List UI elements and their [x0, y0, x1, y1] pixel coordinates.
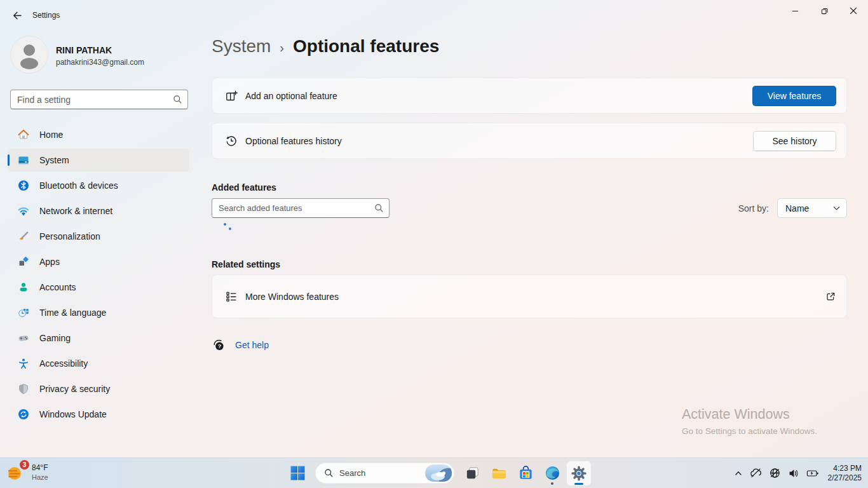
sidebar-item-home[interactable]: Home — [8, 123, 189, 146]
taskbar: 3 84°F Haze Search — [0, 458, 868, 488]
feature-list-icon — [225, 290, 238, 303]
restore-button[interactable] — [810, 0, 839, 22]
taskbar-search-box[interactable]: Search — [315, 463, 454, 484]
back-button[interactable] — [6, 6, 27, 24]
view-features-button[interactable]: View features — [752, 86, 836, 106]
added-features-heading: Added features — [212, 182, 276, 193]
window-title: Settings — [32, 11, 60, 20]
breadcrumb-system[interactable]: System — [212, 36, 271, 57]
sidebar-item-privacy-security[interactable]: Privacy & security — [8, 377, 189, 400]
sidebar-item-time-language[interactable]: Time & language — [8, 301, 189, 324]
svg-text:?: ? — [218, 343, 222, 349]
wifi-icon — [18, 205, 29, 217]
sidebar: RINI PATHAK pathakrini343@gmail.com Home… — [0, 30, 197, 458]
settings-taskbar-button[interactable] — [567, 461, 591, 485]
restore-icon — [821, 8, 828, 15]
onedrive-status-button[interactable] — [750, 467, 762, 479]
history-label: Optional features history — [245, 136, 342, 146]
breadcrumb: System › Optional features — [212, 36, 439, 57]
sidebar-item-system[interactable]: System — [8, 149, 189, 172]
update-icon — [18, 409, 29, 420]
bluetooth-icon — [18, 180, 29, 191]
breadcrumb-chevron: › — [280, 41, 284, 55]
sidebar-item-label: Network & internet — [39, 206, 112, 216]
sort-dropdown-value: Name — [785, 203, 809, 214]
gamepad-icon — [18, 332, 29, 344]
brush-icon — [18, 231, 29, 242]
volume-button[interactable] — [788, 468, 799, 479]
sidebar-item-label: Privacy & security — [39, 384, 110, 394]
sidebar-item-label: Windows Update — [39, 409, 107, 419]
notification-badge: 3 — [20, 460, 29, 470]
windows-logo-icon — [290, 466, 305, 480]
sidebar-item-apps[interactable]: Apps — [8, 250, 189, 273]
file-explorer-button[interactable] — [487, 461, 511, 485]
sidebar-item-label: Gaming — [39, 333, 71, 343]
page-title: Optional features — [293, 36, 439, 57]
sidebar-item-windows-update[interactable]: Windows Update — [8, 403, 189, 426]
get-help-row: ? Get help — [212, 338, 269, 352]
watermark-subtitle: Go to Settings to activate Windows. — [682, 426, 817, 436]
haze-weather-icon: 3 — [5, 461, 27, 483]
get-help-icon: ? — [212, 338, 226, 352]
network-status-button[interactable] — [769, 467, 781, 479]
sidebar-item-label: Accessibility — [39, 358, 88, 369]
avatar[interactable] — [10, 36, 48, 74]
weather-widget[interactable]: 3 84°F Haze — [5, 461, 48, 483]
start-button[interactable] — [285, 461, 309, 485]
edge-icon — [545, 465, 560, 481]
sidebar-item-label: System — [39, 155, 69, 165]
search-added-features-input[interactable] — [212, 198, 390, 218]
sidebar-item-personalization[interactable]: Personalization — [8, 225, 189, 248]
microsoft-store-button[interactable] — [513, 461, 538, 485]
sidebar-item-label: Accounts — [39, 282, 76, 292]
accessibility-icon — [18, 358, 29, 369]
add-optional-feature-row: Add an optional feature View features — [212, 78, 847, 114]
task-view-icon — [465, 465, 480, 481]
clock-time: 4:23 PM — [828, 464, 862, 473]
taskbar-clock[interactable]: 4:23 PM 2/27/2025 — [828, 464, 862, 483]
close-button[interactable] — [839, 0, 868, 22]
chevron-up-icon — [734, 469, 743, 478]
tray-chevron-up-button[interactable] — [734, 469, 743, 478]
settings-window: Settings RINI PATHAK pathakrini343@gmail… — [0, 0, 868, 488]
sidebar-item-network-internet[interactable]: Network & internet — [8, 200, 189, 222]
active-app-indicator — [574, 483, 583, 485]
see-history-button[interactable]: See history — [753, 131, 836, 151]
sidebar-item-accounts[interactable]: Accounts — [8, 276, 189, 299]
weather-temperature: 84°F — [32, 463, 48, 473]
sort-dropdown[interactable]: Name — [777, 198, 847, 218]
find-setting-input[interactable] — [10, 90, 188, 109]
person-icon — [18, 281, 29, 293]
profile-email: pathakrini343@gmail.com — [56, 58, 144, 67]
get-help-link[interactable]: Get help — [235, 340, 269, 350]
close-icon — [850, 7, 857, 15]
battery-button[interactable] — [806, 468, 819, 479]
microsoft-store-icon — [518, 465, 534, 481]
history-icon — [225, 135, 238, 147]
profile-name: RINI PATHAK — [56, 45, 112, 55]
apps-icon — [18, 256, 29, 268]
loading-dot — [229, 227, 231, 230]
chevron-down-icon — [833, 206, 840, 211]
globe-off-icon — [769, 467, 781, 479]
search-icon — [374, 203, 384, 213]
system-icon — [18, 154, 29, 166]
task-view-button[interactable] — [460, 461, 484, 485]
watermark-title: Activate Windows — [682, 407, 817, 423]
add-feature-label: Add an optional feature — [245, 91, 337, 101]
sidebar-item-accessibility[interactable]: Accessibility — [8, 352, 189, 375]
edge-button[interactable] — [540, 461, 564, 485]
search-icon — [173, 95, 182, 104]
more-windows-features-row[interactable]: More Windows features — [212, 274, 847, 318]
back-arrow-icon — [11, 10, 22, 21]
minimize-button[interactable] — [780, 0, 810, 22]
sidebar-nav: Home System Bluetooth & devices Network … — [8, 123, 189, 428]
titlebar: Settings — [0, 0, 868, 30]
sidebar-item-bluetooth-devices[interactable]: Bluetooth & devices — [8, 174, 189, 197]
clock-date: 2/27/2025 — [828, 473, 862, 483]
taskbar-search-placeholder: Search — [339, 468, 419, 478]
sidebar-item-gaming[interactable]: Gaming — [8, 327, 189, 349]
battery-charging-icon — [806, 468, 819, 479]
system-tray: 4:23 PM 2/27/2025 — [734, 458, 862, 488]
